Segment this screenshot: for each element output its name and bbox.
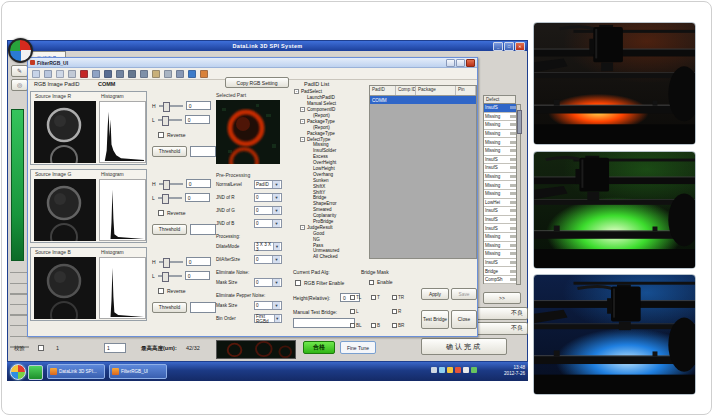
tree-expand-icon[interactable]: - xyxy=(300,225,305,230)
camera-icon[interactable] xyxy=(92,70,100,78)
chart-icon[interactable] xyxy=(176,70,184,78)
update-icon[interactable] xyxy=(447,367,453,373)
manual-test-bridge-input[interactable] xyxy=(293,318,355,328)
language-icon[interactable] xyxy=(463,367,469,373)
measure-icon[interactable] xyxy=(140,70,148,78)
l-slider[interactable] xyxy=(158,197,182,199)
l-slider[interactable] xyxy=(158,275,182,277)
defect-row[interactable]: InsufS xyxy=(484,156,517,165)
grid-icon[interactable] xyxy=(104,70,112,78)
reverse-checkbox[interactable] xyxy=(158,288,164,294)
layers-icon[interactable] xyxy=(128,70,136,78)
minimize-button[interactable]: _ xyxy=(493,42,503,51)
close-button[interactable]: ✕ xyxy=(515,42,525,51)
pad-table-header-cell[interactable]: PadID xyxy=(370,86,396,95)
l-slider[interactable] xyxy=(158,119,182,121)
defect-row[interactable]: Missing xyxy=(484,250,517,259)
preprocessing-dropdown[interactable]: 0 ▼ xyxy=(254,278,282,287)
h-value-input[interactable]: 0 xyxy=(186,257,211,266)
mark-ng-button-1[interactable]: 不良 xyxy=(471,307,528,320)
threshold-value-box[interactable] xyxy=(190,146,216,157)
fine-tune-button[interactable]: Fine Tune xyxy=(340,341,376,354)
usb-icon[interactable] xyxy=(471,367,477,373)
pointer-icon[interactable] xyxy=(32,70,40,78)
more-button[interactable]: >> xyxy=(483,292,521,304)
bridge-mask-checkbox[interactable] xyxy=(392,323,397,328)
network-icon[interactable] xyxy=(439,367,445,373)
defect-row[interactable]: Bridge xyxy=(484,267,517,276)
side-tool-button-2[interactable]: ◎ xyxy=(11,79,28,91)
start-button[interactable] xyxy=(10,364,26,380)
tree-expand-icon[interactable]: - xyxy=(300,137,305,142)
reverse-checkbox[interactable] xyxy=(158,210,164,216)
defect-row[interactable]: Missing xyxy=(484,233,517,242)
apply-button[interactable]: Apply xyxy=(421,288,449,300)
h-slider[interactable] xyxy=(159,105,183,107)
taskbar-clock[interactable]: 13:48 2012-7-26 xyxy=(497,365,525,377)
close-dialog-button[interactable]: Close xyxy=(451,310,477,329)
h-value-input[interactable]: 0 xyxy=(186,101,211,110)
defect-row[interactable]: Missing xyxy=(484,190,517,199)
volume-icon[interactable] xyxy=(431,367,437,373)
copy-rgb-setting-button[interactable]: Copy RGB Setting xyxy=(225,77,289,88)
bridge-mask-checkbox[interactable] xyxy=(350,295,355,300)
defect-row[interactable]: Missing xyxy=(484,130,517,139)
tree-item[interactable]: All Checked xyxy=(294,254,366,260)
preprocessing-dropdown[interactable]: 0 ▼ xyxy=(254,219,282,228)
pass-button[interactable]: 合格 xyxy=(303,341,335,354)
h-slider[interactable] xyxy=(159,261,183,263)
defect-row[interactable]: InsufS xyxy=(484,224,517,233)
defect-row[interactable]: InsufS xyxy=(484,164,517,173)
l-value-input[interactable]: 0 xyxy=(185,115,210,124)
preprocessing-dropdown[interactable]: 0 ▼ xyxy=(254,206,282,215)
h-slider[interactable] xyxy=(159,183,183,185)
pad-table-header-cell[interactable]: Comp ID xyxy=(396,86,416,95)
pan-icon[interactable] xyxy=(56,70,64,78)
threshold-button[interactable]: Threshold xyxy=(152,224,187,235)
pen-icon[interactable] xyxy=(152,70,160,78)
image-icon[interactable] xyxy=(188,70,196,78)
mark-ng-button-2[interactable]: 不良 xyxy=(471,322,528,335)
bridge-mask-checkbox[interactable] xyxy=(392,309,397,314)
defect-row[interactable]: Missing xyxy=(484,173,517,182)
defect-row[interactable]: CompSh xyxy=(484,276,517,285)
brush-icon[interactable] xyxy=(200,70,208,78)
maximize-button[interactable]: □ xyxy=(504,42,514,51)
preprocessing-dropdown[interactable]: 0 ▼ xyxy=(254,193,282,202)
l-value-input[interactable]: 0 xyxy=(185,271,210,280)
pad-table-selected-row[interactable]: COMM xyxy=(370,96,476,104)
tree-expand-icon[interactable]: - xyxy=(294,89,299,94)
bridge-mask-checkbox[interactable] xyxy=(371,295,376,300)
preprocessing-dropdown[interactable]: PadID ▼ xyxy=(254,180,282,189)
defect-row[interactable]: InsufS xyxy=(484,104,517,113)
preprocessing-dropdown[interactable]: 0 ▼ xyxy=(254,255,282,264)
pad-table-header-cell[interactable]: Package xyxy=(416,86,456,95)
confirm-complete-button[interactable]: 确认完成 xyxy=(421,338,507,355)
verify-checkbox[interactable] xyxy=(38,345,44,351)
rgb-filter-checkbox[interactable] xyxy=(295,280,301,286)
defect-row[interactable]: InsufS xyxy=(484,259,517,268)
defect-row[interactable]: Missing xyxy=(484,121,517,130)
save-button[interactable]: Save xyxy=(451,288,477,300)
antivirus-icon[interactable] xyxy=(455,367,461,373)
defect-row[interactable]: InsufS xyxy=(484,207,517,216)
defect-row[interactable]: LowHei xyxy=(484,199,517,208)
preprocessing-dropdown[interactable]: First RGBd ▼ xyxy=(254,314,282,323)
threshold-button[interactable]: Threshold xyxy=(152,302,187,313)
quick-launch-icon[interactable] xyxy=(28,365,43,380)
bridge-enable-checkbox[interactable] xyxy=(369,280,374,285)
preprocessing-dropdown[interactable]: 3 X 3 X 3 ▼ xyxy=(254,242,282,251)
h-value-input[interactable]: 0 xyxy=(186,179,211,188)
l-value-input[interactable]: 0 xyxy=(185,193,210,202)
test-bridge-button[interactable]: Test Bridge xyxy=(421,310,449,329)
tree-expand-icon[interactable]: - xyxy=(300,119,305,124)
wrench-icon[interactable] xyxy=(164,70,172,78)
marquee-icon[interactable] xyxy=(44,70,52,78)
threshold-value-box[interactable] xyxy=(190,302,216,313)
tree-expand-icon[interactable]: - xyxy=(300,107,305,112)
defect-row[interactable]: Missing xyxy=(484,181,517,190)
defect-row[interactable]: InsufS xyxy=(484,216,517,225)
bridge-mask-checkbox[interactable] xyxy=(350,323,355,328)
bridge-mask-checkbox[interactable] xyxy=(392,295,397,300)
matrix-icon[interactable] xyxy=(116,70,124,78)
